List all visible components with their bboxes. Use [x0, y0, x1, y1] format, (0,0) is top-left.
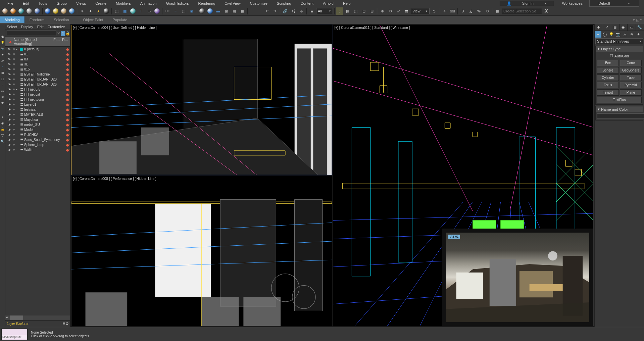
spinner-snap-button[interactable]: ⟲ [483, 7, 491, 15]
menu-scripting[interactable]: Scripting [272, 1, 296, 6]
ball-drk-icon[interactable] [198, 7, 206, 15]
ribbon-tab-modeling[interactable]: Modeling [0, 16, 25, 23]
freeze-icon[interactable] [11, 103, 16, 106]
primitive-tube-button[interactable]: Tube [620, 75, 642, 81]
venn-icon[interactable]: ◉ [188, 7, 195, 15]
layer-swatch-icon[interactable]: ≣ [19, 133, 23, 137]
primitive-sphere-button[interactable]: Sphere [597, 67, 619, 74]
layer-row[interactable]: ≣Sphere_lamp🫖 [5, 142, 70, 147]
layer-swatch-icon[interactable]: ≣ [19, 83, 23, 87]
layer-swatch-icon[interactable]: ≣ [19, 108, 23, 112]
menu-help[interactable]: Help [338, 1, 355, 6]
rect-blue-icon[interactable]: ▬ [214, 7, 222, 15]
rollout-header[interactable]: ▾Object Type [596, 46, 643, 52]
freeze-icon[interactable] [11, 133, 16, 136]
layer-row[interactable]: ≣3D🫖 [5, 62, 70, 67]
layer-row[interactable]: ≣Maydhoa🫖 [5, 117, 70, 122]
teapot-gray-icon[interactable] [26, 7, 33, 15]
renderable-icon[interactable]: 🫖 [65, 133, 70, 137]
layer-swatch-icon[interactable]: ≣ [19, 128, 23, 132]
layer-swatch-icon[interactable]: ≣ [19, 93, 23, 97]
ribbon-tab-freeform[interactable]: Freeform [25, 16, 49, 23]
visibility-icon[interactable] [7, 93, 11, 96]
sub-lights[interactable]: 💡 [608, 31, 615, 38]
autogrid-checkbox[interactable]: ☐AutoGrid [597, 53, 642, 59]
layer-swatch-icon[interactable]: ≣ [19, 113, 23, 117]
layers-icon[interactable]: ≣ [308, 7, 315, 15]
link-icon[interactable]: 🔗 [282, 7, 289, 15]
layer-mgr-icon[interactable]: ≣ [62, 322, 65, 326]
renderable-icon[interactable]: 🫖 [65, 47, 70, 51]
light-icon[interactable]: 💡 [0, 40, 5, 45]
layer-swatch-icon[interactable]: ≣ [19, 67, 23, 71]
layer-row[interactable]: ≣MATERIALS🫖 [5, 112, 70, 117]
explorer-menu-customize[interactable]: Customize [48, 25, 65, 29]
window-icon[interactable]: ⊞ [222, 7, 230, 15]
group-icon[interactable]: ⊞ [0, 70, 5, 75]
xref-icon[interactable]: ⬚ [0, 77, 5, 81]
ribbon-tab-populate[interactable]: Populate [108, 16, 132, 23]
reference-coord-dropdown[interactable]: View▼ [411, 8, 430, 14]
create-category-dropdown[interactable]: Standard Primitives▼ [595, 38, 643, 44]
explorer-search-input[interactable] [7, 31, 56, 36]
layer-row[interactable]: ▸≣HH net 0.5🫖 [5, 87, 70, 92]
picker-icon[interactable]: ◉ [0, 121, 5, 126]
primitive-box-button[interactable]: Box [597, 60, 619, 66]
layer-row[interactable]: ≣03🫖 [5, 57, 70, 62]
menu-customize[interactable]: Customize [245, 1, 272, 6]
explorer-list[interactable]: ▸0 (default)🫖≣01🫖≣03🫖≣3D🫖≣015🫖≣ESTET_Nal… [5, 47, 70, 315]
layer-row[interactable]: ≣ESTET_Nalichnik🫖 [5, 72, 70, 77]
renderable-icon[interactable]: 🫖 [65, 108, 70, 111]
primitive-torus-button[interactable]: Torus [597, 82, 619, 88]
config-icon[interactable]: ⚙ [65, 322, 69, 326]
renderable-icon[interactable]: 🫖 [65, 62, 70, 66]
renderable-icon[interactable]: 🫖 [65, 72, 70, 76]
sphere-dark-icon[interactable] [103, 7, 110, 15]
ball-blue-icon[interactable] [206, 7, 214, 15]
menu-views[interactable]: Views [71, 1, 91, 6]
funnel-icon[interactable]: ▽ [0, 133, 5, 138]
sub-helpers[interactable]: △ [622, 31, 628, 38]
redo-button[interactable]: ↷ [271, 7, 279, 15]
renderable-icon[interactable]: 🫖 [65, 88, 70, 91]
layer-swatch-icon[interactable]: ≣ [19, 52, 23, 56]
visibility-icon[interactable] [7, 48, 11, 51]
layer-row[interactable]: ≣HH net cat🫖 [5, 92, 70, 97]
sub-geometry[interactable]: ● [595, 31, 601, 38]
menu-content[interactable]: Content [296, 1, 318, 6]
use-center-icon[interactable]: ⊙ [430, 7, 438, 15]
snap-toggle-button[interactable]: 3 [459, 7, 466, 15]
placement-button[interactable]: ⬒ [403, 7, 410, 15]
hidden-icon[interactable]: 👁 [0, 101, 5, 105]
primitive-pyramid-button[interactable]: Pyramid [620, 82, 642, 88]
primitive-cone-button[interactable]: Cone [620, 60, 642, 66]
globe-icon[interactable] [44, 7, 51, 15]
teapot-orange-icon[interactable] [9, 7, 17, 15]
tab-utilities[interactable]: 🔧 [636, 24, 644, 31]
layer-row[interactable]: ≣Model🫖 [5, 127, 70, 132]
viewport-bottom-left[interactable]: [+] [ CoronaCamera008 ] [ Performance ] … [71, 176, 332, 326]
explorer-hscroll[interactable]: ◂ [5, 315, 70, 320]
layer-row[interactable]: ≣lestnica🫖 [5, 107, 70, 112]
teapot-multi-icon[interactable] [34, 7, 41, 15]
renderable-icon[interactable]: 🫖 [65, 57, 70, 61]
close-icon[interactable]: X [543, 7, 550, 15]
frozen-icon[interactable]: ❄ [0, 95, 5, 99]
visibility-icon[interactable] [7, 143, 11, 147]
bone-icon[interactable]: ⟋ [0, 83, 5, 87]
select-name-icon[interactable]: ▤ [344, 7, 351, 15]
layer-swatch-icon[interactable]: ≣ [19, 88, 23, 92]
renderable-icon[interactable]: 🫖 [65, 143, 70, 147]
explorer-menu-edit[interactable]: Edit [37, 25, 44, 29]
tab-display[interactable]: ▭ [628, 24, 636, 31]
ribbon-expand-icon[interactable]: ▾ ◱ ^ [633, 18, 644, 22]
workspace-select[interactable]: Default ▼ [589, 0, 639, 7]
layer-swatch-icon[interactable]: ≣ [19, 98, 23, 102]
layer-row[interactable]: ≣Sans_Souci_Symphony🫖 [5, 137, 70, 142]
tab-create[interactable]: ✚ [595, 24, 603, 31]
menu-civil-view[interactable]: Civil View [220, 1, 245, 6]
visibility-icon[interactable] [7, 83, 11, 86]
visibility-icon[interactable] [7, 53, 11, 56]
freeze-icon[interactable] [11, 113, 16, 116]
freeze-icon[interactable] [11, 123, 16, 126]
